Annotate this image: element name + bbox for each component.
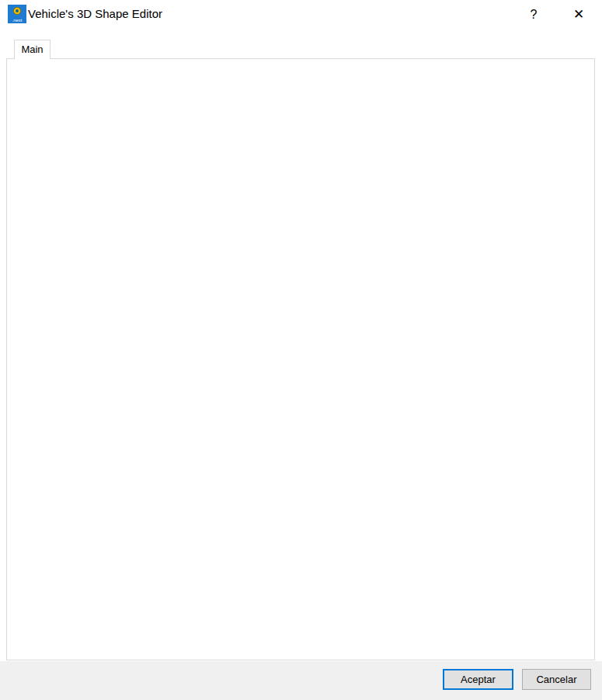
tab-main[interactable]: Main: [14, 40, 50, 59]
dialog-window: .next Vehicle's 3D Shape Editor ? ✕ Main…: [0, 0, 602, 700]
cancel-button[interactable]: Cancelar: [522, 669, 591, 690]
app-icon: .next: [8, 5, 26, 23]
accept-button[interactable]: Aceptar: [443, 669, 513, 690]
window-title: Vehicle's 3D Shape Editor: [28, 7, 162, 20]
app-icon-roundel: [13, 7, 21, 15]
close-button[interactable]: ✕: [562, 0, 595, 29]
footer-bar: Aceptar Cancelar: [0, 661, 602, 700]
app-icon-text: .next: [8, 18, 26, 23]
help-button[interactable]: ?: [517, 0, 550, 29]
tab-pane: [6, 58, 595, 660]
title-bar: .next Vehicle's 3D Shape Editor ? ✕: [0, 0, 602, 29]
